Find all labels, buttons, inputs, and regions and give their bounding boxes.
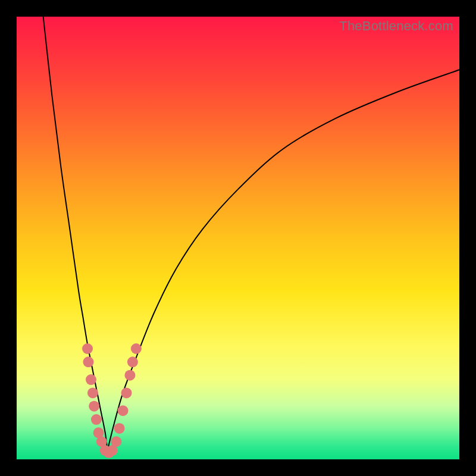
data-point	[83, 356, 94, 367]
data-point	[118, 405, 129, 416]
data-point	[131, 343, 142, 354]
data-point	[91, 414, 102, 425]
curve-left-curve	[43, 17, 108, 450]
data-point	[121, 387, 132, 398]
data-point	[114, 423, 125, 434]
dots-group	[82, 343, 142, 458]
data-point	[82, 343, 93, 354]
data-point	[111, 436, 121, 447]
data-point	[89, 401, 99, 412]
chart-frame: TheBottleneck.com	[0, 0, 476, 476]
data-point	[86, 374, 96, 385]
data-point	[87, 387, 98, 398]
curve-group	[43, 17, 459, 450]
data-point	[127, 356, 138, 367]
chart-svg	[17, 17, 459, 459]
data-point	[124, 370, 135, 381]
curve-right-curve	[108, 70, 459, 450]
plot-area: TheBottleneck.com	[17, 17, 459, 459]
